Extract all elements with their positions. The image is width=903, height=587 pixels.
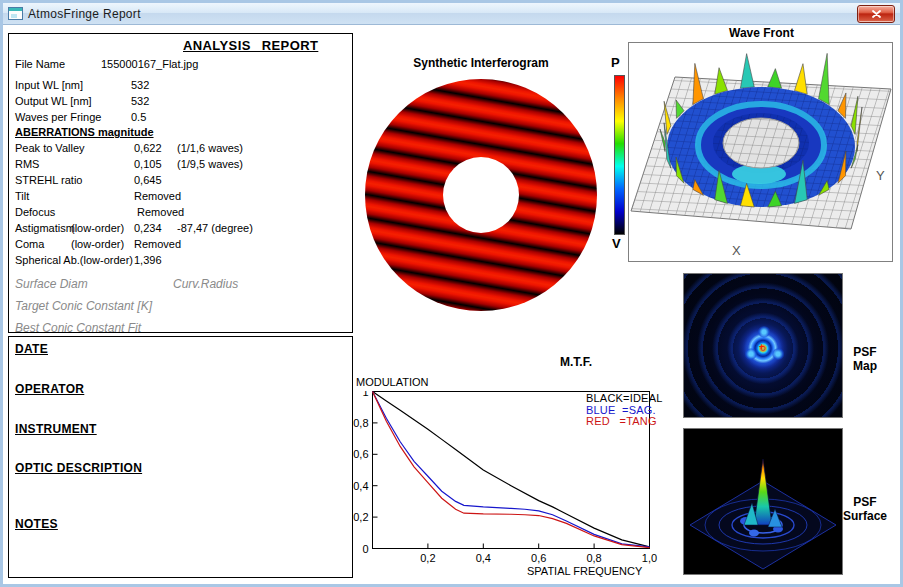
colorbar-peak-label: P <box>611 55 620 70</box>
wavefront-x-label: X <box>732 243 741 258</box>
psf-surface <box>683 428 843 575</box>
psf-map-label-line2: Map <box>835 359 895 373</box>
aberr-value: Removed <box>134 238 181 250</box>
psf-surface-label-line1: PSF <box>835 495 895 509</box>
aberr-label: Tilt <box>15 190 29 202</box>
svg-text:0,2: 0,2 <box>420 552 435 564</box>
close-button[interactable] <box>857 5 895 23</box>
colorbar-valley-label: V <box>612 236 621 251</box>
report-window: AtmosFringe Report ANALYSIS REPORT File … <box>0 0 903 587</box>
file-name-label: File Name <box>15 58 65 70</box>
svg-text:0,4: 0,4 <box>476 552 491 564</box>
param-label: Output WL [nm] <box>15 95 92 107</box>
app-icon <box>8 7 23 20</box>
aberration-row: Defocus Removed <box>15 206 346 222</box>
wavefront-title: Wave Front <box>630 26 893 40</box>
wavefront-y-label: Y <box>876 168 885 183</box>
psf-surface-label-line2: Surface <box>835 509 895 523</box>
aberr-extra: -87,47 (degree) <box>177 222 253 234</box>
surface-diam-label: Surface Diam <box>15 277 88 291</box>
aberr-value: Removed <box>134 206 184 218</box>
titlebar[interactable]: AtmosFringe Report <box>3 3 900 25</box>
svg-text:0: 0 <box>362 543 368 555</box>
svg-text:1,0: 1,0 <box>642 552 657 564</box>
file-name-value: 155000167_Flat.jpg <box>101 58 198 70</box>
aberration-row: STREHL ratio 0,645 <box>15 174 346 190</box>
aberration-row: Peak to Valley 0,622 (1/1,6 waves) <box>15 142 346 158</box>
aberr-extra: (1/9,5 waves) <box>177 158 243 170</box>
param-value: 532 <box>131 79 149 91</box>
interferogram-hole <box>443 157 519 233</box>
svg-text:0,4: 0,4 <box>353 480 368 492</box>
mtf-x-axis-label: SPATIAL FREQUENCY <box>527 565 642 577</box>
close-icon <box>872 10 881 18</box>
psf-map-label: PSF Map <box>835 345 895 373</box>
wavefront-plot <box>628 42 893 262</box>
target-conic-label: Target Conic Constant [K] <box>15 299 152 313</box>
best-conic-label: Best Conic Constant Fit <box>15 321 141 335</box>
aberration-row: Coma (low-order) Removed <box>15 238 346 254</box>
file-name-row: File Name 155000167_Flat.jpg <box>15 58 346 74</box>
wavefront-colorbar <box>614 75 625 235</box>
aberr-sublabel: (low-order) <box>71 238 124 250</box>
aberr-extra: (1/1,6 waves) <box>177 142 243 154</box>
psf-map-label-line1: PSF <box>835 345 895 359</box>
svg-text:0,8: 0,8 <box>353 417 368 429</box>
param-value: 0.5 <box>131 111 146 123</box>
aberr-value: Removed <box>134 190 181 202</box>
curv-radius-label: Curv.Radius <box>173 277 238 291</box>
window-title: AtmosFringe Report <box>28 7 141 21</box>
aberr-value: 0,645 <box>134 174 162 186</box>
conic-row: Target Conic Constant [K] <box>15 299 352 317</box>
psf-lobe <box>771 348 785 360</box>
param-row: Output WL [nm] 532 <box>15 95 346 111</box>
aberr-value: 0,234 <box>134 222 162 234</box>
mtf-legend: BLACK=IDEAL BLUE =SAG. RED =TANG <box>586 393 663 428</box>
field-label-notes: NOTES <box>15 517 58 531</box>
psf-surface-label: PSF Surface <box>835 495 895 523</box>
aberr-label: Defocus <box>15 206 55 218</box>
param-row: Input WL [nm] 532 <box>15 79 346 95</box>
mtf-title: M.T.F. <box>560 355 592 369</box>
param-row: Waves per Fringe 0.5 <box>15 111 346 127</box>
aberr-value: 0,622 <box>134 142 162 154</box>
interferogram <box>365 79 597 311</box>
aberr-label: Coma <box>15 238 44 250</box>
aberr-label: STREHL ratio <box>15 174 82 186</box>
aberration-row: RMS 0,105 (1/9,5 waves) <box>15 158 346 174</box>
legend-item-ideal: BLACK=IDEAL <box>586 393 663 405</box>
aberr-label: Astigmatism <box>15 222 75 234</box>
aberr-value: 1,396 <box>134 254 162 266</box>
field-label-optic-description: OPTIC DESCRIPTION <box>15 461 142 475</box>
psf-map: + <box>683 273 843 418</box>
psf-center-marker: + <box>759 342 764 352</box>
svg-text:0,6: 0,6 <box>531 552 546 564</box>
aberration-rows: Peak to Valley 0,622 (1/1,6 waves) RMS 0… <box>15 142 346 270</box>
conic-panel: Surface Diam Curv.Radius Target Conic Co… <box>8 273 353 333</box>
mtf-y-axis-label: MODULATION <box>356 376 429 388</box>
aberration-row: Spherical Ab.(low-order) 1,396 <box>15 254 346 270</box>
field-label-instrument: INSTRUMENT <box>15 422 97 436</box>
svg-text:1: 1 <box>362 391 368 398</box>
param-label: Waves per Fringe <box>15 111 101 123</box>
aberr-label: Peak to Valley <box>15 142 85 154</box>
aberr-label: Spherical Ab.(low-order) <box>15 254 133 266</box>
aberrations-heading: ABERRATIONS magnitude <box>15 126 154 138</box>
analysis-panel: ANALYSIS REPORT File Name 155000167_Flat… <box>8 33 353 274</box>
param-value: 532 <box>131 95 149 107</box>
field-label-date: DATE <box>15 342 48 356</box>
aberr-label: RMS <box>15 158 39 170</box>
field-label-operator: OPERATOR <box>15 382 84 396</box>
aberr-sublabel: (low-order) <box>71 222 124 234</box>
param-label: Input WL [nm] <box>15 79 83 91</box>
psf-lobe <box>757 326 771 338</box>
interferogram-title: Synthetic Interferogram <box>361 56 601 70</box>
aberration-row: Astigmatism (low-order) 0,234 -87,47 (de… <box>15 222 346 238</box>
aberr-value: 0,105 <box>134 158 162 170</box>
psf-surface-art <box>684 429 842 574</box>
analysis-title: ANALYSIS REPORT <box>183 38 318 53</box>
svg-text:0,6: 0,6 <box>353 448 368 460</box>
aberration-row: Tilt Removed <box>15 190 346 206</box>
legend-item-tang: RED =TANG <box>586 416 663 428</box>
parameter-rows: Input WL [nm] 532 Output WL [nm] 532 Wav… <box>15 79 346 127</box>
